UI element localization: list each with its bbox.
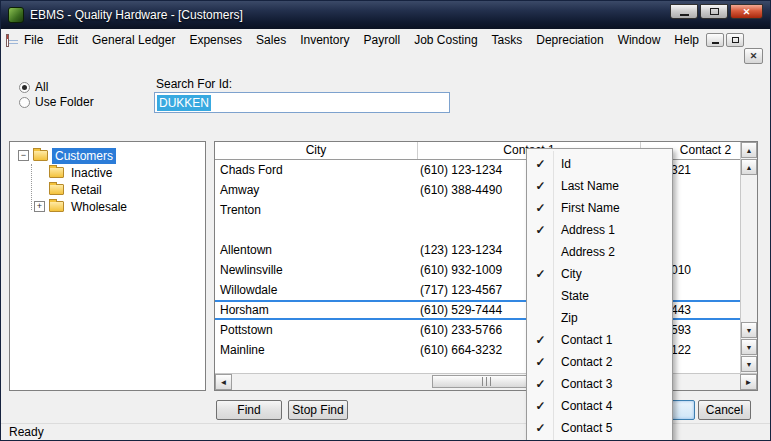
tree-item-label: Customers	[52, 148, 116, 164]
cell-city: Willowdale	[215, 280, 418, 300]
tree-item-inactive[interactable]: Inactive	[10, 164, 205, 181]
menu-item[interactable]: General Ledger	[85, 30, 182, 50]
context-menu-item[interactable]: Address 1	[527, 219, 672, 241]
cell-city: Newlinsville	[215, 260, 418, 280]
mdi-document-icon[interactable]	[6, 34, 9, 47]
close-icon: ✕	[750, 51, 758, 61]
context-menu-item[interactable]: Last Name	[527, 175, 672, 197]
vertical-scrollbar[interactable]: ▲ ▲ ▼ ▼ ▼	[740, 142, 757, 373]
scroll-page-up-button[interactable]: ▲	[741, 159, 757, 175]
context-menu-item[interactable]: Id	[527, 153, 672, 175]
tree-item-customers[interactable]: − Customers	[10, 147, 205, 164]
cell-city: Allentown	[215, 240, 418, 260]
arrow-right-icon: ►	[745, 378, 753, 387]
context-menu-item[interactable]: Contact 4	[527, 395, 672, 417]
context-menu-item[interactable]: Address 2	[527, 241, 672, 263]
horizontal-scrollbar[interactable]: ◄ ►	[215, 373, 757, 390]
stop-find-button[interactable]: Stop Find	[288, 400, 348, 420]
arrow-up-icon: ▲	[746, 164, 753, 171]
cell-city	[215, 220, 418, 240]
check-icon	[527, 355, 554, 369]
customer-grid: City Contact 1 Contact 2 Chads Ford (610…	[214, 141, 758, 391]
app-icon	[8, 7, 24, 23]
radio-use-folder-label: Use Folder	[35, 95, 94, 109]
check-icon	[527, 421, 554, 435]
mdi-close-button[interactable]: ✕	[744, 48, 763, 64]
tree-item-label: Inactive	[68, 165, 115, 181]
check-icon	[527, 223, 554, 237]
tree-item-wholesale[interactable]: + Wholesale	[10, 198, 205, 215]
arrow-down-icon: ▼	[746, 344, 753, 351]
menu-item[interactable]: Payroll	[357, 30, 408, 50]
check-icon	[527, 157, 554, 171]
cell-city: Mainline	[215, 340, 418, 360]
scroll-left-button[interactable]: ◄	[215, 374, 232, 390]
context-menu-item-label: First Name	[554, 201, 620, 215]
menu-item[interactable]: Job Costing	[407, 30, 484, 50]
arrow-up-icon: ▲	[746, 147, 753, 154]
context-menu-item[interactable]: City	[527, 263, 672, 285]
context-menu-item-label: Contact 1	[554, 333, 612, 347]
titlebar[interactable]: EBMS - Quality Hardware - [Customers] ✕	[1, 1, 770, 29]
context-menu-item-label: Zip	[554, 311, 578, 325]
search-input[interactable]: DUKKEN	[154, 92, 450, 113]
menu-item[interactable]: Inventory	[293, 30, 356, 50]
window-title: EBMS - Quality Hardware - [Customers]	[30, 8, 243, 22]
minimize-icon	[680, 14, 689, 16]
context-menu-item[interactable]: Contact 3	[527, 373, 672, 395]
menu-items: File Edit General Ledger Expenses Sales …	[17, 30, 706, 50]
menu-item[interactable]: Edit	[50, 30, 85, 50]
context-menu-item[interactable]: Contact 2	[527, 351, 672, 373]
arrow-down-icon: ▼	[746, 327, 753, 334]
status-text: Ready	[9, 425, 44, 439]
minimize-button[interactable]	[670, 4, 698, 19]
scroll-page-down-button[interactable]: ▼	[741, 322, 757, 338]
menu-item[interactable]: Sales	[249, 30, 293, 50]
context-menu-item[interactable]: Contact 1	[527, 329, 672, 351]
context-menu-item-label: Address 1	[554, 223, 615, 237]
context-menu-item-label: Contact 3	[554, 377, 612, 391]
mdi-minimize-button[interactable]	[706, 33, 724, 47]
context-menu-item[interactable]: Zip	[527, 307, 672, 329]
cell-city: Trenton	[215, 200, 418, 220]
menu-item[interactable]: Expenses	[182, 30, 249, 50]
context-menu-items: Id Last Name First Name Address 1	[527, 153, 672, 439]
close-button[interactable]: ✕	[730, 4, 763, 19]
maximize-button[interactable]	[700, 4, 728, 19]
radio-all[interactable]: All	[19, 80, 48, 94]
menu-item[interactable]: Depreciation	[529, 30, 610, 50]
menu-item[interactable]: Help	[667, 30, 706, 50]
collapse-icon[interactable]: −	[18, 150, 29, 161]
search-value: DUKKEN	[157, 95, 211, 111]
scroll-down-button[interactable]: ▼	[741, 339, 757, 355]
expand-icon[interactable]: +	[34, 201, 45, 212]
scrollbar-track[interactable]	[741, 176, 757, 322]
app-window: EBMS - Quality Hardware - [Customers] ✕ …	[0, 0, 771, 441]
context-menu-item[interactable]: First Name	[527, 197, 672, 219]
search-label: Search For Id:	[156, 77, 232, 91]
cell-city: Chads Ford	[215, 160, 418, 180]
close-icon: ✕	[743, 7, 751, 17]
context-menu-item-label: Last Name	[554, 179, 619, 193]
context-menu-item[interactable]: State	[527, 285, 672, 307]
check-icon	[527, 179, 554, 193]
menu-item[interactable]: Window	[611, 30, 668, 50]
scroll-up-button[interactable]: ▲	[741, 142, 757, 158]
check-icon	[527, 399, 554, 413]
menu-item[interactable]: Tasks	[485, 30, 530, 50]
context-menu-item[interactable]: Contact 5	[527, 417, 672, 439]
find-again-button[interactable]: Find Again...	[216, 400, 282, 420]
folder-open-icon	[33, 150, 48, 161]
tree-item-label: Retail	[68, 182, 105, 198]
cancel-button[interactable]: Cancel	[698, 400, 751, 420]
mdi-restore-button[interactable]	[726, 33, 744, 47]
menu-item[interactable]: File	[17, 30, 50, 50]
scroll-right-button[interactable]: ►	[740, 374, 757, 390]
radio-use-folder[interactable]: Use Folder	[19, 95, 94, 109]
folder-icon	[49, 184, 64, 195]
column-header-city[interactable]: City	[215, 142, 418, 159]
tree-item-retail[interactable]: Retail	[10, 181, 205, 198]
context-menu-item-label: Contact 5	[554, 421, 612, 435]
radio-selected-icon	[19, 82, 30, 93]
scroll-last-button[interactable]: ▼	[741, 356, 757, 372]
